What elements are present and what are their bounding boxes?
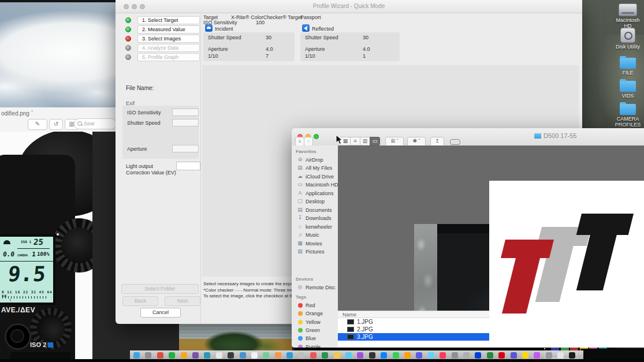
sidebar-item-label: Blue [306, 335, 316, 341]
wizard-step-2[interactable]: 2. Measured Value [116, 25, 208, 34]
sidebar-item-movies[interactable]: ▦Movies [292, 240, 338, 248]
desktop-icon-disk-utility[interactable]: Disk Utility [612, 28, 644, 50]
cancel-button[interactable]: Cancel [140, 308, 181, 318]
dock-app-icon[interactable] [345, 352, 352, 359]
light-output-label: Light output [126, 163, 153, 169]
dock-app-icon[interactable] [487, 352, 493, 359]
sidebar-item-pictures[interactable]: ▨Pictures [292, 248, 338, 256]
dock-app-icon[interactable] [369, 352, 375, 359]
select-folder-button[interactable]: Select Folder [121, 284, 199, 294]
sidebar-tag-blue[interactable]: Blue [292, 334, 338, 342]
meter-measure-button [5, 323, 31, 350]
sidebar-tag-yellow[interactable]: Yellow [292, 318, 338, 326]
desktop-icon-file[interactable]: FILE [612, 58, 644, 76]
sidebar-item-kenwheeler[interactable]: ⌂kenwheeler [292, 223, 338, 231]
dock-app-icon[interactable] [569, 352, 575, 359]
search-input[interactable]: Sear [74, 118, 117, 129]
dock-app-icon[interactable] [228, 352, 234, 359]
sidebar-item-desktop[interactable]: ▢Desktop [292, 197, 338, 206]
dock-app-icon[interactable] [475, 352, 481, 359]
dock-app-icon[interactable] [310, 352, 317, 359]
wizard-step-5[interactable]: 5. Profile Graph [116, 53, 208, 62]
sidebar-item-all-my-files[interactable]: ▤All My Files [292, 164, 338, 172]
sidebar-item-label: Downloads [306, 215, 332, 221]
sidebar-tag-purple[interactable]: Purple [292, 343, 338, 348]
dock-app-icon[interactable] [393, 352, 399, 359]
dock-app-icon[interactable] [357, 352, 363, 359]
sidebar-tag-red[interactable]: Red [292, 301, 338, 309]
sidebar-item-remote-disc[interactable]: ◎Remote Disc [292, 283, 338, 292]
airdrop-icon: ⊚ [297, 156, 303, 162]
desktop-icon-vids[interactable]: VIDS [612, 81, 644, 99]
dock-app-icon[interactable] [381, 352, 387, 359]
dock-app-icon[interactable] [463, 352, 470, 359]
dock-app-icon[interactable] [498, 352, 505, 359]
triangle-glyph [304, 26, 307, 31]
dock-app-icon[interactable] [157, 352, 163, 359]
sidebar-tag-green[interactable]: Green [292, 326, 338, 334]
wizard-step-3[interactable]: 3. Select Images [116, 35, 208, 43]
rotate-button[interactable]: ↺ [49, 119, 63, 130]
dock-app-icon[interactable] [251, 352, 258, 359]
dock[interactable] [130, 350, 583, 359]
dock-app-icon[interactable] [133, 352, 140, 359]
zoom-button[interactable] [314, 134, 319, 139]
sidebar-item-airdrop[interactable]: ⊚AirDrop [292, 156, 338, 164]
dock-app-icon[interactable] [440, 352, 446, 359]
markup-pen-button[interactable]: ✎ [28, 119, 47, 130]
desktop-icon-camera-profiles[interactable]: CAMERA PROFILES [612, 104, 644, 128]
dock-app-icon[interactable] [192, 352, 199, 359]
bottom-letterbox [0, 359, 644, 362]
dock-app-icon[interactable] [145, 352, 151, 359]
exif-aperture-input[interactable] [172, 145, 199, 152]
wizard-title: Profile Wizard - Quick Mode [116, 3, 582, 9]
dock-app-icon[interactable] [216, 352, 222, 359]
sidebar-item-icloud-drive[interactable]: ☁iCloud Drive [292, 173, 338, 181]
sidebar-item-music[interactable]: ♫Music [292, 231, 338, 239]
dock-app-icon[interactable] [204, 352, 210, 359]
desktop-icon-macintosh-hd[interactable]: Macintosh HD [612, 3, 644, 29]
sidebar-item-applications[interactable]: AApplications [292, 189, 338, 197]
dock-app-icon[interactable] [286, 352, 293, 359]
light-output-input[interactable] [176, 162, 200, 170]
back-button[interactable]: ‹ [295, 137, 304, 146]
tags-button[interactable] [450, 139, 460, 145]
wizard-step-4[interactable]: 4. Analyze Data [116, 44, 208, 53]
exif-shutter-speed-input[interactable] [172, 119, 199, 126]
dock-app-icon[interactable] [334, 352, 340, 359]
finder-window-title: D500 17-55 [534, 132, 577, 139]
name-column-header[interactable]: Name [343, 312, 356, 318]
dock-app-icon[interactable] [240, 352, 246, 359]
dock-app-icon[interactable] [546, 352, 552, 359]
dock-app-icon[interactable] [534, 352, 540, 359]
forward-button[interactable]: › [304, 137, 313, 146]
finder-titlebar[interactable]: ‹ › ▦ ≡ ▥ ▭ ⊞ ˇ ✱ ˇ ↥ D500 17-55 [292, 128, 644, 146]
dock-app-icon[interactable] [275, 352, 281, 359]
dock-app-icon[interactable] [557, 352, 564, 359]
dock-app-icon[interactable] [522, 352, 528, 359]
wizard-step-1[interactable]: 1. Select Target [116, 16, 208, 25]
next-button[interactable]: Next [165, 296, 200, 306]
coverflow-view-button[interactable]: ▭ [370, 137, 380, 145]
dock-app-icon[interactable] [169, 352, 175, 359]
dock-app-icon[interactable] [263, 352, 269, 359]
exif-iso-sensitivity-input[interactable] [172, 109, 199, 116]
folder-icon [534, 133, 541, 139]
dock-app-icon[interactable] [322, 352, 328, 359]
list-view-button[interactable]: ≡ [350, 137, 360, 145]
dock-app-icon[interactable] [428, 352, 434, 359]
dock-app-icon[interactable] [416, 352, 422, 359]
wizard-titlebar[interactable]: Profile Wizard - Quick Mode [116, 0, 582, 13]
sidebar-item-downloads[interactable]: ↧Downloads [292, 214, 338, 222]
dock-app-icon[interactable] [298, 352, 304, 359]
column-view-button[interactable]: ▥ [360, 137, 370, 145]
dock-app-icon[interactable] [404, 352, 411, 359]
sidebar-item-macintosh-hd[interactable]: ▭Macintosh HD [292, 181, 338, 189]
sidebar-item-documents[interactable]: ▤Documents [292, 206, 338, 214]
back-button[interactable]: Back [122, 296, 158, 306]
dock-app-icon[interactable] [511, 352, 517, 359]
tag-color-icon [298, 320, 303, 324]
dock-app-icon[interactable] [452, 352, 458, 359]
sidebar-tag-orange[interactable]: Orange [292, 309, 338, 318]
dock-app-icon[interactable] [181, 352, 187, 359]
